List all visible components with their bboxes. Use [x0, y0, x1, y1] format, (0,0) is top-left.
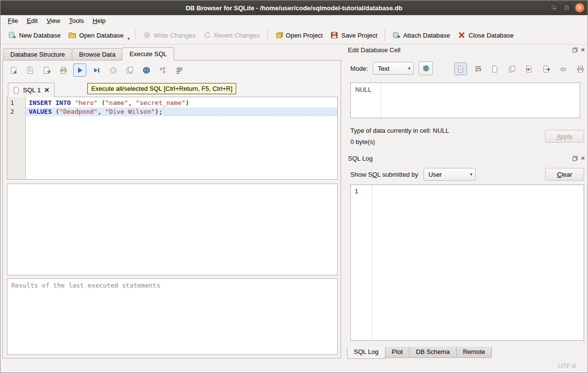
attach-database-icon [392, 31, 400, 39]
code-lines[interactable]: INSERT INTO "hero" ("name", "secret_name… [26, 97, 337, 179]
mode-combobox[interactable]: Text ▾ [373, 62, 414, 75]
minimize-button[interactable] [549, 3, 559, 13]
cell-editor[interactable]: NULL [350, 83, 580, 118]
tab-database-structure[interactable]: Database Structure [3, 48, 72, 61]
float-dock-icon[interactable] [572, 156, 578, 161]
line-number: 2 [7, 107, 25, 116]
revert-changes-button[interactable]: Revert Changes [200, 28, 264, 42]
write-changes-button[interactable]: Write Changes [139, 28, 200, 42]
revert-changes-icon [203, 31, 211, 39]
import-cell-button[interactable] [523, 62, 535, 75]
execute-current-line-icon [93, 66, 101, 74]
close-dock-icon[interactable]: ✕ [581, 47, 585, 53]
results-grid[interactable] [7, 184, 338, 275]
sql-editor[interactable]: 12 INSERT INTO "hero" ("name", "secret_n… [7, 97, 338, 180]
log-filter-combobox[interactable]: User ▾ [424, 168, 476, 181]
line-number: 1 [7, 99, 25, 107]
close-dock-icon[interactable]: ✕ [581, 155, 585, 162]
find-replace-button[interactable]: ab [156, 63, 169, 77]
cell-size-info: 0 byte(s) [350, 138, 375, 145]
tab-execute-sql[interactable]: Execute SQL [122, 47, 174, 61]
close-database-button[interactable]: Close Database [454, 28, 518, 42]
open-cell-file-button[interactable] [488, 62, 501, 75]
new-database-button[interactable]: New Database [4, 28, 64, 42]
menu-help[interactable]: Help [88, 16, 110, 26]
clear-log-button[interactable]: Clear [545, 168, 584, 181]
mode-label: Mode: [350, 65, 368, 72]
menu-tools[interactable]: Tools [64, 16, 88, 26]
close-button[interactable] [575, 3, 585, 13]
sql-toolbar: ab [7, 63, 186, 77]
copy-icon [508, 65, 516, 73]
svg-text:a: a [160, 67, 162, 71]
menu-edit[interactable]: Edit [22, 16, 42, 26]
text-mode-button[interactable] [454, 62, 467, 75]
format-sql-button[interactable] [173, 63, 186, 77]
open-project-icon [275, 31, 283, 39]
sql-tab-label: SQL 1 [23, 86, 41, 94]
print-icon [577, 65, 584, 73]
sql-document-tab[interactable]: SQL 1 ✕ [8, 83, 55, 97]
save-sql-file-button[interactable] [40, 63, 53, 77]
word-wrap-button[interactable] [471, 62, 484, 75]
open-database-button[interactable]: Open Database [64, 28, 127, 42]
browse-button[interactable] [140, 63, 153, 77]
menu-file[interactable]: File [3, 16, 22, 26]
editor-gutter: 12 [7, 97, 26, 179]
apply-button[interactable]: Apply [545, 130, 584, 143]
encoding-indicator[interactable]: UTF-8 [558, 362, 576, 370]
mode-row: Mode: Text ▾ [350, 62, 433, 75]
code-line[interactable]: INSERT INTO "hero" ("name", "secret_name… [26, 99, 337, 107]
open-project-button[interactable]: Open Project [271, 28, 327, 42]
cell-edit-area[interactable] [381, 83, 580, 118]
execute-tooltip: Execute all/selected SQL [Ctrl+Return, F… [87, 83, 236, 94]
execute-all-button[interactable] [73, 63, 86, 77]
execute-current-line-button[interactable] [90, 63, 103, 77]
menubar: File Edit View Tools Help [0, 15, 588, 26]
print-sql-button[interactable] [57, 63, 70, 77]
maximize-button[interactable] [562, 3, 572, 13]
tab-browse-data[interactable]: Browse Data [72, 48, 122, 61]
save-project-button[interactable]: Save Project [326, 28, 381, 42]
open-database-dropdown-icon[interactable]: ▾ [127, 36, 132, 41]
dock-tab-sql-log[interactable]: SQL Log [347, 347, 385, 359]
sql-file-icon [13, 87, 20, 94]
main-toolbar: New Database Open Database ▾ Write Chang… [0, 26, 588, 44]
titlebar: DB Browser for SQLite - /home/user/code/… [0, 0, 588, 15]
stop-button[interactable] [106, 63, 120, 77]
dock-tab-plot[interactable]: Plot [385, 347, 409, 358]
open-sql-icon [26, 66, 34, 74]
text-document-icon [457, 65, 465, 73]
svg-text:b: b [163, 70, 165, 74]
sql-log-view[interactable]: 1 [350, 185, 584, 341]
copy-cell-button[interactable] [506, 62, 518, 75]
mode-value: Text [378, 65, 404, 72]
float-dock-icon[interactable] [572, 47, 578, 53]
print-cell-button[interactable] [574, 62, 587, 75]
results-message-area: Results of the last executed statements [7, 278, 338, 355]
dock-tab-bar: SQL Log Plot DB Schema Remote [347, 347, 491, 359]
menu-view[interactable]: View [42, 16, 64, 26]
close-tab-icon[interactable]: ✕ [44, 86, 49, 94]
execute-sql-pane: ab SQL 1 ✕ 12 INSERT INTO "hero" ("name"… [2, 60, 341, 358]
set-null-icon [560, 65, 567, 73]
attach-database-button[interactable]: Attach Database [388, 28, 454, 42]
duplicate-icon [126, 66, 134, 74]
import-icon [526, 65, 533, 73]
dock-tab-db-schema[interactable]: DB Schema [409, 347, 456, 358]
code-line[interactable]: VALUES ("Deadpond", "Dive Wilson"); [26, 107, 337, 116]
new-sql-tab-button[interactable] [7, 63, 20, 77]
open-sql-file-button[interactable] [23, 63, 37, 77]
window-title: DB Browser for SQLite - /home/user/code/… [185, 4, 402, 12]
edit-cell-header: Edit Database Cell ✕ [348, 45, 585, 54]
chevron-down-icon: ▾ [470, 172, 472, 177]
app-window: DB Browser for SQLite - /home/user/code/… [0, 0, 588, 373]
auto-format-button[interactable] [419, 62, 433, 75]
dock-tab-remote[interactable]: Remote [456, 347, 492, 358]
cell-value: NULL [351, 83, 381, 118]
export-cell-button[interactable] [540, 62, 552, 75]
results-placeholder: Results of the last executed statements [11, 282, 160, 289]
set-null-button[interactable] [557, 62, 569, 75]
duplicate-tab-button[interactable] [123, 63, 136, 77]
sql-log-header: SQL Log ✕ [348, 154, 585, 163]
